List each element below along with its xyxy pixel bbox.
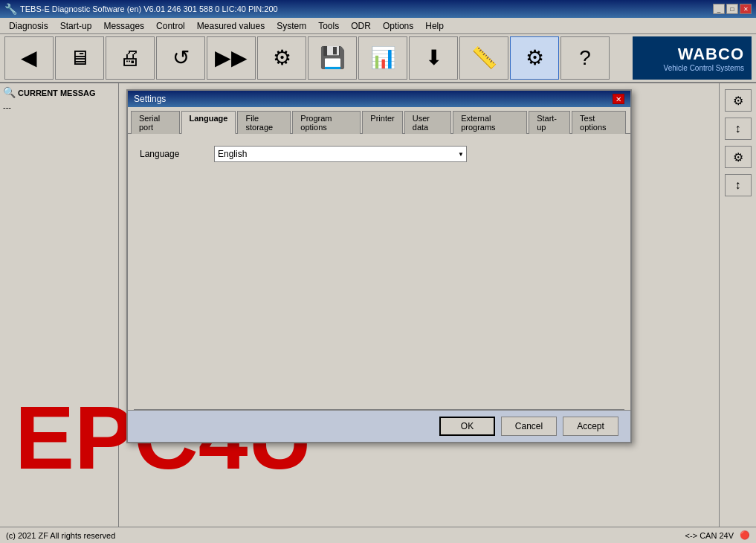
dialog-content: Language EnglishGermanFrenchSpanishItali… <box>128 134 630 409</box>
menu-item-messages[interactable]: Messages <box>97 19 150 33</box>
tab-user-data[interactable]: User data <box>404 111 451 134</box>
tab-program-options[interactable]: Program options <box>292 111 361 134</box>
tab-start-up[interactable]: Start-up <box>529 111 570 134</box>
brand-logo: WABCOVehicle Control Systems <box>633 36 752 80</box>
dots-label: --- <box>3 103 115 112</box>
status-right: <-> CAN 24V 🔴 <box>685 530 750 540</box>
ok-button[interactable]: OK <box>439 417 495 436</box>
title-bar-controls[interactable]: _ □ ✕ <box>713 4 752 14</box>
ecu-toolbar-button[interactable]: 🖥 <box>55 36 104 80</box>
refresh-toolbar-button[interactable]: ↺ <box>156 36 205 80</box>
help-icon: ? <box>579 48 591 68</box>
menu-item-diagnosis[interactable]: Diagnosis <box>3 19 54 33</box>
save-icon: 💾 <box>320 48 346 68</box>
close-button[interactable]: ✕ <box>740 4 752 14</box>
download-toolbar-button[interactable]: ⬇ <box>409 36 458 80</box>
status-copyright: (c) 2021 ZF All rights reserved <box>6 531 115 540</box>
language-form-row: Language EnglishGermanFrenchSpanishItali… <box>140 146 618 162</box>
back-toolbar-button[interactable]: ◀ <box>4 36 54 80</box>
play-toolbar-button[interactable]: ▶▶ <box>207 36 256 80</box>
language-label: Language <box>140 149 214 159</box>
right-control-3[interactable]: ⚙ <box>725 146 752 168</box>
right-control-4[interactable]: ↕ <box>725 174 752 196</box>
tab-serial-port[interactable]: Serial port <box>131 111 180 134</box>
menu-item-help[interactable]: Help <box>419 19 450 33</box>
maximize-button[interactable]: □ <box>726 4 738 14</box>
tab-file-storage[interactable]: File storage <box>237 111 291 134</box>
measure-toolbar-button[interactable]: 📊 <box>358 36 407 80</box>
dialog-close-button[interactable]: ✕ <box>613 94 624 104</box>
config-icon: ⚙ <box>273 48 291 68</box>
tab-printer[interactable]: Printer <box>362 111 402 134</box>
tabs-bar: Serial portLanguageFile storageProgram o… <box>128 107 630 134</box>
back-icon: ◀ <box>21 48 37 68</box>
menu-item-start-up[interactable]: Start-up <box>54 19 98 33</box>
menu-bar: DiagnosisStart-upMessagesControlMeasured… <box>0 18 756 34</box>
print-icon: 🖨 <box>120 48 140 68</box>
app-icon: 🔧 <box>4 3 17 15</box>
brand-name: WABCO <box>678 45 744 64</box>
menu-item-system[interactable]: System <box>271 19 312 33</box>
calibrate-icon: 📏 <box>471 48 497 68</box>
menu-item-measured-values[interactable]: Measured values <box>191 19 271 33</box>
print-toolbar-button[interactable]: 🖨 <box>106 36 155 80</box>
language-select-wrapper[interactable]: EnglishGermanFrenchSpanishItalianPolishC… <box>214 146 467 162</box>
dialog-bottom: OK Cancel Accept <box>128 410 630 442</box>
status-flag: 🔴 <box>740 530 750 540</box>
settings-dialog: Settings ✕ Serial portLanguageFile stora… <box>126 89 632 443</box>
language-select[interactable]: EnglishGermanFrenchSpanishItalianPolishC… <box>214 146 467 162</box>
status-bar: (c) 2021 ZF All rights reserved <-> CAN … <box>0 527 756 543</box>
ecu-icon: 🖥 <box>69 48 90 68</box>
title-bar: 🔧 TEBS-E Diagnostic Software (en) V6.01 … <box>0 0 756 18</box>
calibrate-toolbar-button[interactable]: 📏 <box>459 36 508 80</box>
title-bar-left: 🔧 TEBS-E Diagnostic Software (en) V6.01 … <box>4 3 278 15</box>
measure-icon: 📊 <box>370 48 396 68</box>
toolbar: ◀🖥🖨↺▶▶⚙💾📊⬇📏⚙?WABCOVehicle Control System… <box>0 34 756 83</box>
play-icon: ▶▶ <box>215 48 248 68</box>
menu-item-odr[interactable]: ODR <box>345 19 377 33</box>
ecu-settings-icon: ⚙ <box>526 48 544 68</box>
refresh-icon: ↺ <box>172 48 190 68</box>
right-control-1[interactable]: ⚙ <box>725 89 752 112</box>
ecu-settings-toolbar-button[interactable]: ⚙ <box>510 36 559 80</box>
right-control-2[interactable]: ↕ <box>725 118 752 140</box>
help-toolbar-button[interactable]: ? <box>560 36 610 80</box>
right-panel: ⚙ ↕ ⚙ ↕ <box>719 83 756 527</box>
minimize-button[interactable]: _ <box>713 4 725 14</box>
dialog-title-text: Settings <box>134 94 166 104</box>
main-area: 🔍 CURRENT MESSAG --- ⚙ ↕ ⚙ ↕ Settings ✕ … <box>0 83 756 527</box>
accept-button[interactable]: Accept <box>563 417 618 436</box>
tab-external-programs[interactable]: External programs <box>453 111 527 134</box>
status-can: <-> CAN 24V <box>685 531 734 540</box>
tab-test-options[interactable]: Test options <box>572 111 626 134</box>
menu-item-tools[interactable]: Tools <box>312 19 345 33</box>
menu-item-options[interactable]: Options <box>377 19 419 33</box>
dialog-title-bar: Settings ✕ <box>128 91 630 107</box>
tab-language[interactable]: Language <box>181 111 236 134</box>
menu-item-control[interactable]: Control <box>150 19 191 33</box>
save-toolbar-button[interactable]: 💾 <box>308 36 357 80</box>
search-icon: 🔍 <box>3 86 16 98</box>
brand-sub: Vehicle Control Systems <box>664 64 744 72</box>
config-toolbar-button[interactable]: ⚙ <box>257 36 306 80</box>
app-title: TEBS-E Diagnostic Software (en) V6.01 24… <box>20 4 278 13</box>
current-messages-label: 🔍 CURRENT MESSAG <box>3 86 115 98</box>
cancel-button[interactable]: Cancel <box>501 417 557 436</box>
download-icon: ⬇ <box>425 48 442 68</box>
